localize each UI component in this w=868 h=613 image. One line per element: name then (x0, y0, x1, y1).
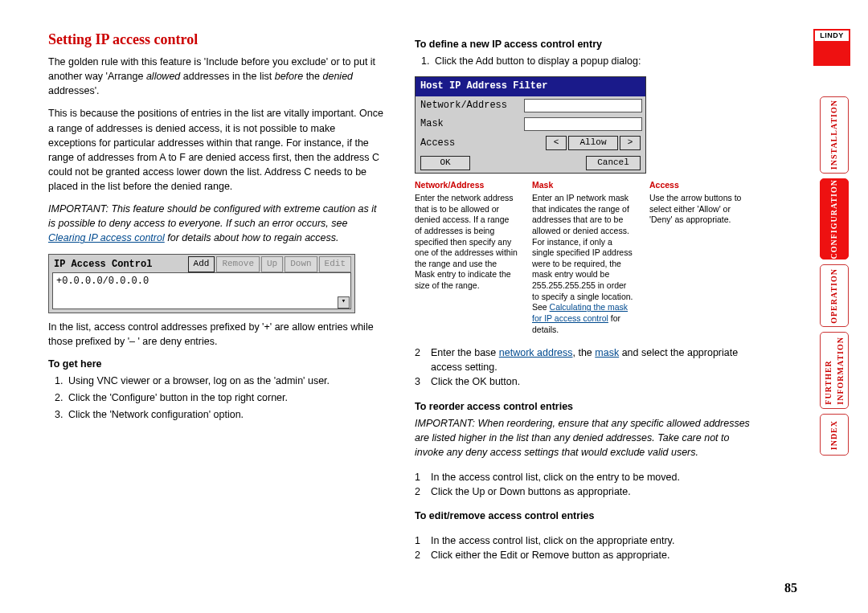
define-list-2: 2Enter the base network address, the mas… (415, 345, 752, 389)
network-input[interactable] (524, 99, 642, 112)
get-here-heading: To get here (48, 357, 386, 371)
dialog-title: Host IP Address Filter (416, 77, 645, 96)
network-label: Network/Address (416, 96, 519, 115)
list-item: 3Click the OK button. (415, 374, 752, 389)
scroll-down-icon[interactable]: ▾ (338, 296, 350, 309)
lindy-logo: LINDY (813, 29, 850, 66)
left-column: Setting IP access control The golden rul… (48, 29, 386, 573)
reorder-list: 1In the access control list, click on th… (415, 470, 752, 499)
access-value: Allow (568, 136, 618, 150)
page-title: Setting IP access control (48, 29, 386, 50)
panel-title: IP Access Control (54, 258, 152, 272)
edit-list: 1In the access control list, click on th… (415, 533, 752, 562)
down-button[interactable]: Down (285, 256, 317, 272)
up-button[interactable]: Up (261, 256, 283, 272)
field-definitions: Network/Address Enter the network addres… (415, 180, 752, 335)
intro-para-1: The golden rule with this feature is 'In… (48, 55, 386, 98)
net-def-text: Enter the network address that is to be … (415, 193, 518, 290)
list-item: 1In the access control list, click on th… (415, 533, 752, 548)
mask-def-heading: Mask (532, 180, 635, 191)
tab-installation[interactable]: INSTALLATION (820, 96, 849, 174)
tab-configuration[interactable]: CONFIGURATION (820, 178, 849, 260)
edit-button[interactable]: Edit (319, 256, 351, 272)
intro-para-2: This is because the positions of entries… (48, 106, 386, 194)
access-label: Access (416, 133, 519, 153)
arrow-right-button[interactable]: > (620, 136, 641, 150)
right-column: To define a new IP access control entry … (415, 29, 752, 573)
add-button[interactable]: Add (188, 256, 215, 272)
ip-access-control-panel: IP Access Control Add Remove Up Down Edi… (48, 254, 355, 313)
define-list-1: Click the Add button to display a popup … (415, 54, 752, 68)
arrow-left-button[interactable]: < (546, 136, 567, 150)
list-item: 2Click either the Edit or Remove button … (415, 548, 752, 562)
clearing-link[interactable]: Clearing IP access control (48, 232, 165, 243)
edit-heading: To edit/remove access control entries (415, 509, 752, 523)
ok-button[interactable]: OK (420, 156, 470, 170)
list-item: Click the 'Configure' button in the top … (66, 390, 386, 405)
list-item: Click the 'Network configuration' option… (66, 407, 386, 422)
reorder-note: IMPORTANT: When reordering, ensure that … (415, 416, 752, 460)
tab-operation[interactable]: OPERATION (820, 264, 849, 327)
host-ip-dialog: Host IP Address Filter Network/Address M… (415, 76, 646, 174)
list-item: 1In the access control list, click on th… (415, 470, 752, 484)
side-nav: LINDY INSTALLATION CONFIGURATION OPERATI… (813, 29, 854, 456)
mask-label: Mask (416, 115, 519, 133)
reorder-heading: To reorder access control entries (415, 399, 752, 414)
network-address-link[interactable]: network address (499, 347, 573, 358)
net-def-heading: Network/Address (415, 180, 518, 191)
access-list[interactable]: +0.0.0.0/0.0.0.0 (52, 272, 351, 309)
cancel-button[interactable]: Cancel (586, 156, 641, 170)
access-def-heading: Access (649, 180, 752, 191)
prefix-note: In the list, access control addresses pr… (48, 320, 386, 349)
mask-input[interactable] (524, 117, 642, 131)
tab-index[interactable]: INDEX (820, 414, 849, 456)
define-heading: To define a new IP access control entry (415, 37, 752, 51)
list-item: Click the Add button to display a popup … (432, 54, 752, 68)
list-item: Using VNC viewer or a browser, log on as… (66, 374, 386, 388)
remove-button[interactable]: Remove (216, 256, 260, 272)
list-item: 2Enter the base network address, the mas… (415, 345, 752, 374)
list-entry: +0.0.0.0/0.0.0.0 (56, 276, 149, 287)
tab-further-info[interactable]: FURTHER INFORMATION (820, 332, 849, 409)
important-note: IMPORTANT: This feature should be config… (48, 202, 386, 245)
list-item: 2Click the Up or Down buttons as appropr… (415, 484, 752, 499)
page-number: 85 (784, 578, 797, 597)
mask-link[interactable]: mask (595, 347, 619, 358)
get-here-list: Using VNC viewer or a browser, log on as… (48, 374, 386, 422)
access-def-text: Use the arrow buttons to select either '… (649, 193, 741, 224)
